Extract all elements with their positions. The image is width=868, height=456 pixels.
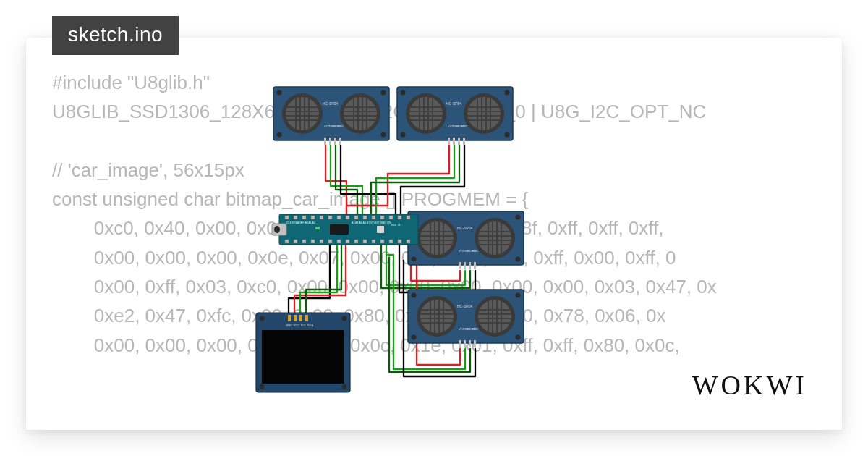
svg-text:A3 A4 A5 A6 A7 5V RST GND VIN: A3 A4 A5 A6 A7 5V RST GND VIN	[352, 221, 391, 224]
circuit-diagram[interactable]: HC-SR04 VCC TRIG ECHO GND	[221, 81, 619, 428]
ultrasonic-sensor-2[interactable]	[397, 87, 513, 145]
svg-rect-47	[389, 216, 393, 219]
svg-rect-40	[328, 216, 332, 219]
svg-rect-59	[363, 240, 367, 243]
svg-rect-42	[346, 216, 349, 219]
svg-rect-63	[398, 240, 401, 243]
svg-rect-69	[377, 226, 384, 233]
svg-rect-61	[380, 240, 384, 243]
svg-rect-81	[305, 315, 308, 321]
svg-rect-49	[407, 216, 410, 219]
svg-rect-43	[354, 216, 358, 219]
svg-rect-35	[285, 216, 289, 219]
code-line: #include "U8glib.h"	[52, 72, 210, 93]
svg-rect-38	[311, 216, 315, 219]
svg-point-77	[342, 384, 347, 389]
svg-rect-50	[285, 240, 289, 243]
oled-display[interactable]: GND VCC SCL SDA	[256, 313, 350, 392]
svg-rect-83	[262, 330, 344, 384]
svg-rect-39	[320, 216, 323, 219]
svg-point-76	[260, 384, 265, 389]
svg-rect-45	[372, 216, 375, 219]
svg-rect-67	[330, 224, 349, 235]
svg-point-66	[274, 226, 280, 233]
svg-rect-58	[354, 240, 358, 243]
svg-rect-46	[380, 216, 384, 219]
svg-rect-53	[311, 240, 315, 243]
ultrasonic-sensor-3[interactable]	[408, 211, 524, 269]
svg-rect-54	[320, 240, 323, 243]
svg-rect-56	[337, 240, 341, 243]
svg-rect-60	[372, 240, 375, 243]
svg-rect-80	[299, 315, 302, 321]
svg-rect-51	[294, 240, 297, 243]
svg-rect-41	[337, 216, 341, 219]
svg-rect-36	[294, 216, 297, 219]
svg-point-74	[260, 316, 265, 321]
svg-rect-79	[294, 315, 297, 321]
ultrasonic-sensor-4[interactable]	[408, 290, 524, 347]
arduino-nano[interactable]: RX0 TX1 A3 A4 A5 A6 A7 5V RST GND VIN D1…	[272, 214, 418, 245]
svg-point-75	[342, 316, 347, 321]
svg-rect-62	[389, 240, 393, 243]
svg-rect-55	[328, 240, 332, 243]
viewport: #include "U8glib.h" U8GLIB_SSD1306_128X6…	[0, 0, 868, 456]
svg-rect-57	[346, 240, 349, 243]
wokwi-logo: WOKWI	[692, 369, 807, 401]
svg-text:D13 3V3 AREF A0 A1 A2: D13 3V3 AREF A0 A1 A2	[286, 221, 315, 224]
svg-text:RX0 TX1: RX0 TX1	[391, 224, 402, 227]
ultrasonic-sensor-1[interactable]	[273, 87, 389, 145]
svg-text:GND VCC SCL SDA: GND VCC SCL SDA	[286, 324, 313, 327]
svg-rect-52	[302, 240, 306, 243]
svg-rect-68	[315, 227, 320, 229]
svg-rect-44	[363, 216, 367, 219]
svg-rect-78	[288, 315, 291, 321]
svg-rect-37	[302, 216, 306, 219]
svg-rect-64	[407, 240, 410, 243]
code-line: // 'car_image', 56x15px	[52, 159, 244, 181]
file-tab[interactable]: sketch.ino	[52, 16, 179, 55]
svg-rect-48	[398, 216, 401, 219]
editor-card: #include "U8glib.h" U8GLIB_SSD1306_128X6…	[26, 38, 842, 430]
